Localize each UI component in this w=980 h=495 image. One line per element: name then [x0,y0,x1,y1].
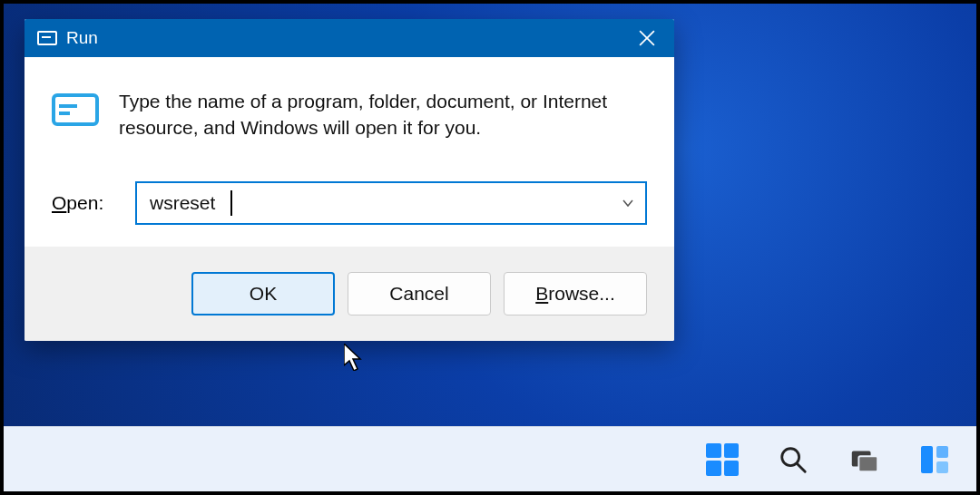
open-label: Open: [52,192,117,214]
svg-rect-10 [921,446,933,473]
svg-rect-3 [59,104,77,108]
ok-button[interactable]: OK [191,272,335,315]
button-row: OK Cancel Browse... [24,247,674,341]
svg-line-7 [798,463,806,471]
svg-marker-5 [344,344,360,371]
cancel-button-label: Cancel [389,283,448,305]
search-icon [778,444,808,475]
dialog-body: Type the name of a program, folder, docu… [24,57,674,247]
close-button[interactable] [620,19,674,57]
close-icon [639,30,655,46]
taskbar [4,426,976,491]
run-prompt-icon [52,92,99,128]
svg-rect-4 [59,112,70,115]
desktop-background: Run Type the name of a program, folder, … [4,4,976,491]
task-view-icon [848,444,879,475]
svg-rect-11 [936,446,948,458]
widgets-button[interactable] [915,440,955,480]
start-icon [706,443,739,476]
dialog-title: Run [66,28,620,48]
widgets-icon [918,443,951,476]
open-input[interactable] [135,181,647,225]
browse-button[interactable]: Browse... [504,272,647,315]
text-caret [230,190,232,216]
svg-rect-12 [936,461,948,473]
open-combobox[interactable] [135,181,647,225]
mouse-cursor [344,344,366,371]
browse-button-label: Browse... [535,283,615,305]
cancel-button[interactable]: Cancel [348,272,491,315]
run-dialog: Run Type the name of a program, folder, … [24,19,674,341]
ok-button-label: OK [250,283,277,305]
chevron-down-icon[interactable] [622,197,634,209]
svg-rect-2 [54,95,97,124]
start-button[interactable] [702,440,742,480]
svg-rect-9 [858,456,877,471]
dialog-description: Type the name of a program, folder, docu… [119,88,647,141]
task-view-button[interactable] [844,440,884,480]
search-button[interactable] [773,440,813,480]
run-dialog-icon [37,31,57,45]
titlebar[interactable]: Run [24,19,674,57]
